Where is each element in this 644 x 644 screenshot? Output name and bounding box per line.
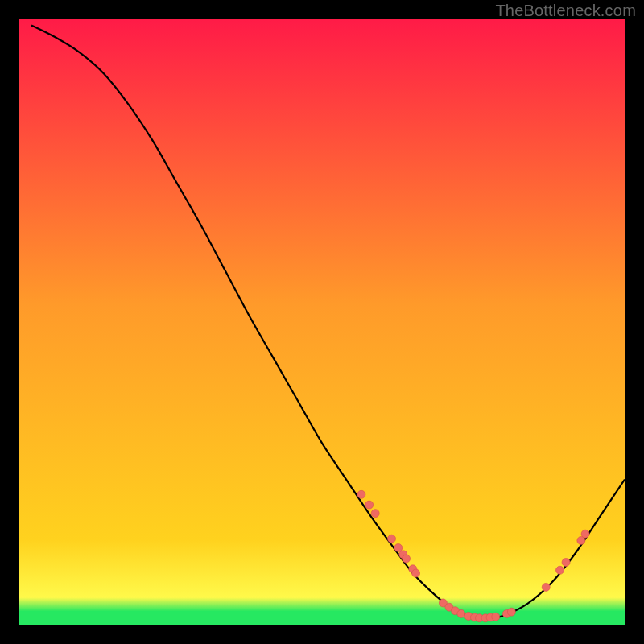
gradient-background (19, 19, 625, 625)
data-point (492, 613, 500, 621)
watermark-text: TheBottleneck.com (495, 2, 636, 20)
data-point (542, 583, 550, 591)
bottleneck-chart (19, 19, 625, 625)
data-point (365, 501, 374, 509)
data-point (357, 490, 365, 498)
data-point (402, 555, 411, 563)
data-point (371, 510, 379, 518)
data-point (556, 566, 564, 574)
data-point (387, 535, 395, 543)
data-point (562, 559, 570, 567)
data-point (457, 609, 465, 617)
plot-frame (19, 19, 625, 625)
data-point (394, 543, 402, 551)
data-point (412, 569, 420, 577)
data-point (507, 608, 515, 616)
data-point (581, 530, 589, 538)
